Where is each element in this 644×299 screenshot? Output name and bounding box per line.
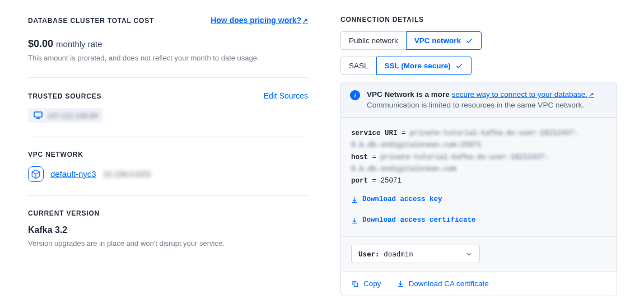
actions-bar: Copy Download CA certificate xyxy=(341,272,617,296)
public-network-button[interactable]: Public network xyxy=(340,31,407,50)
cost-heading: DATABASE CLUSTER TOTAL COST xyxy=(28,17,154,25)
download-icon xyxy=(397,280,404,287)
svg-rect-7 xyxy=(354,283,357,286)
copy-label: Copy xyxy=(363,279,381,288)
trusted-source-ip: 247.122.106.89 xyxy=(47,111,97,120)
pricing-link[interactable]: How does pricing work?↗ xyxy=(211,16,308,25)
connection-code-block: service URI = private-tutorial-kafka-do-… xyxy=(341,118,617,237)
vpc-heading: VPC NETWORK xyxy=(28,151,308,158)
info-banner: i VPC Network is a more secure way to co… xyxy=(341,82,617,118)
download-access-key-link[interactable]: Download access key xyxy=(351,194,442,205)
cost-amount: $0.00 xyxy=(28,38,53,49)
download-ca-cert-button[interactable]: Download CA certificate xyxy=(397,279,489,288)
check-icon xyxy=(465,37,473,45)
external-link-icon: ↗ xyxy=(302,17,308,25)
cost-note: This amount is prorated, and does not re… xyxy=(28,53,308,64)
user-select[interactable]: User: doadmin xyxy=(351,245,480,263)
download-access-cert-link[interactable]: Download access certificate xyxy=(351,214,476,226)
service-uri-line2: 0.b.db.ondigitalocean.com:25071 xyxy=(351,141,482,149)
host-line2: 0.b.db.ondigitalocean.com xyxy=(351,165,456,173)
vpc-network-button[interactable]: VPC network xyxy=(406,31,482,50)
cost-rate-label: monthly rate xyxy=(56,39,102,49)
trusted-source-chip[interactable]: 247.122.106.89 xyxy=(28,108,103,123)
version-value: Kafka 3.2 xyxy=(28,225,308,235)
edit-sources-link[interactable]: Edit Sources xyxy=(264,91,308,100)
info-link[interactable]: secure way to connect to your database.↗ xyxy=(452,90,594,99)
connection-heading: CONNECTION DETAILS xyxy=(340,16,617,24)
network-toggle: Public network VPC network xyxy=(340,31,482,50)
download-icon xyxy=(351,217,358,224)
connection-panel: i VPC Network is a more secure way to co… xyxy=(340,82,617,296)
vpc-name-link[interactable]: default-nyc3 xyxy=(50,169,96,179)
download-access-key-label: Download access key xyxy=(362,194,442,205)
user-value: doadmin xyxy=(384,250,413,258)
info-subtext: Communication is limited to resources in… xyxy=(367,101,594,109)
info-icon: i xyxy=(350,90,360,100)
port-value: 25071 xyxy=(381,177,402,185)
user-prefix: User: xyxy=(358,250,384,258)
monitor-icon xyxy=(34,111,43,119)
port-label: port xyxy=(351,177,368,185)
external-link-icon: ↗ xyxy=(589,91,594,99)
trusted-sources-section: TRUSTED SOURCES Edit Sources 247.122.106… xyxy=(28,91,308,123)
check-icon xyxy=(455,62,463,70)
service-uri-line1: private-tutorial-kafka-do-user-18212437- xyxy=(410,129,578,137)
divider xyxy=(28,195,308,196)
version-note: Version upgrades are in place and won't … xyxy=(28,238,308,249)
download-icon xyxy=(351,197,358,203)
cost-section: DATABASE CLUSTER TOTAL COST How does pri… xyxy=(28,16,308,64)
download-access-cert-label: Download access certificate xyxy=(362,214,476,226)
divider xyxy=(28,77,308,78)
ssl-button[interactable]: SSL (More secure) xyxy=(376,57,472,75)
divider xyxy=(28,137,308,137)
vpc-ip: 10.108.0.0/20 xyxy=(103,170,151,179)
copy-button[interactable]: Copy xyxy=(351,279,381,288)
vpc-section: VPC NETWORK default-nyc3 10.108.0.0/20 xyxy=(28,151,308,182)
host-label: host xyxy=(351,153,368,161)
user-bar: User: doadmin xyxy=(341,237,617,272)
vpc-icon xyxy=(28,166,44,182)
service-uri-label: service URI xyxy=(351,129,398,137)
auth-toggle: SASL SSL (More secure) xyxy=(340,57,472,75)
chevron-down-icon xyxy=(465,250,473,258)
version-section: CURRENT VERSION Kafka 3.2 Version upgrad… xyxy=(28,209,308,249)
sasl-button[interactable]: SASL xyxy=(340,57,377,75)
info-strong: VPC Network is a more xyxy=(367,90,452,99)
trusted-sources-heading: TRUSTED SOURCES xyxy=(28,92,101,100)
copy-icon xyxy=(351,280,359,288)
download-ca-cert-label: Download CA certificate xyxy=(409,279,489,288)
pricing-link-text: How does pricing work? xyxy=(211,16,301,25)
ssl-label: SSL (More secure) xyxy=(385,62,451,70)
vpc-network-label: VPC network xyxy=(414,36,461,45)
host-line1: private-tutorial-kafka-do-user-18212437- xyxy=(381,153,549,161)
svg-rect-0 xyxy=(34,112,42,117)
version-heading: CURRENT VERSION xyxy=(28,209,308,217)
cost-amount-row: $0.00 monthly rate xyxy=(28,38,308,50)
